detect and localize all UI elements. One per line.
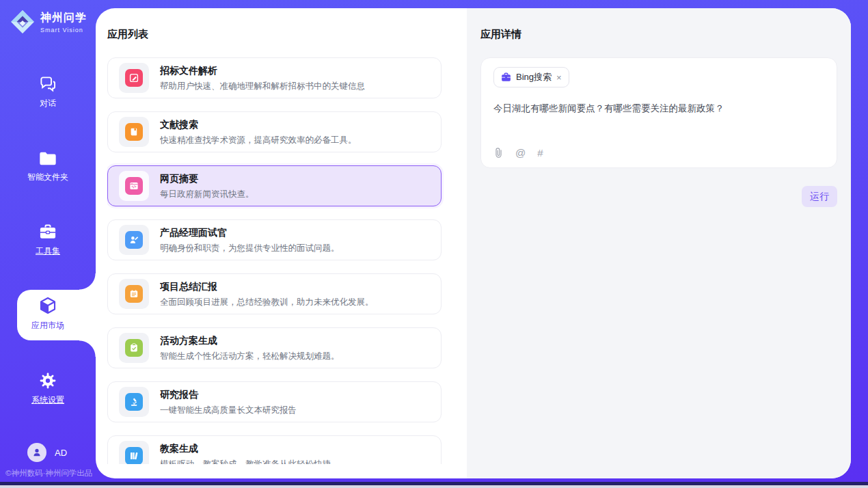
- run-button[interactable]: 运行: [802, 186, 837, 207]
- user-account[interactable]: AD: [27, 443, 67, 462]
- prompt-card: Bing搜索 × 今日湖北有哪些新闻要点？有哪些需要关注的最新政策？ @ #: [480, 57, 837, 168]
- app-icon-container: [119, 171, 149, 201]
- app-name: 网页摘要: [160, 173, 198, 184]
- person-icon: [31, 447, 42, 458]
- app-card-pm-interviewer[interactable]: 产品经理面试官 明确身份和职责，为您提供专业性的面试问题。: [107, 219, 442, 260]
- app-icon-container: [119, 441, 149, 464]
- app-description: 一键智能生成高质量长文本研究报告: [160, 405, 297, 416]
- app-name: 活动方案生成: [160, 335, 217, 346]
- app-card-project-summary[interactable]: 项目总结汇报 全面回顾项目进展，总结经验教训，助力未来优化发展。: [107, 273, 442, 314]
- books-icon: [125, 447, 143, 464]
- folder-icon: [38, 150, 57, 167]
- app-description: 智能生成个性化活动方案，轻松解决规划难题。: [160, 351, 340, 362]
- cube-icon: [38, 295, 58, 316]
- briefcase-icon: [501, 72, 511, 82]
- tool-tag-close-icon[interactable]: ×: [556, 72, 562, 83]
- app-detail-title: 应用详情: [480, 28, 837, 41]
- app-icon-container: [119, 279, 149, 309]
- microscope-icon: [125, 393, 143, 411]
- app-name: 文献搜索: [160, 119, 198, 130]
- app-description: 模板驱动，教案秒成，教学准备从此轻松快捷: [160, 459, 331, 465]
- tab-fillet-top: [79, 273, 96, 290]
- user-name: AD: [55, 448, 67, 458]
- app-description: 全面回顾项目进展，总结经验教训，助力未来优化发展。: [160, 297, 374, 308]
- gear-icon: [38, 371, 57, 390]
- app-icon-container: [119, 225, 149, 255]
- app-card-web-summary[interactable]: 网页摘要 每日政府新闻资讯快查。: [107, 165, 442, 206]
- app-icon-container: [119, 387, 149, 417]
- app-detail-panel: 应用详情 Bing搜索 × 今日湖北有哪些新闻要点？有哪些需要关注的最新政策？: [467, 8, 851, 478]
- book-icon: [125, 123, 143, 141]
- prompt-text-input[interactable]: 今日湖北有哪些新闻要点？有哪些需要关注的最新政策？: [493, 103, 824, 115]
- sidebar-item-settings[interactable]: 系统设置: [0, 371, 96, 406]
- sidebar-item-toolset[interactable]: 工具集: [0, 223, 96, 257]
- tab-fillet-bottom: [79, 340, 96, 357]
- report-calendar-icon: [125, 285, 143, 303]
- copyright-text: ©神州数码·神州问学出品: [5, 468, 92, 478]
- edit-doc-icon: [125, 69, 143, 87]
- app-icon-container: [119, 63, 149, 93]
- diamond-logo-icon: [10, 9, 36, 35]
- app-name: 研究报告: [160, 389, 198, 400]
- app-list-title: 应用列表: [107, 28, 467, 41]
- sidebar-item-app-market[interactable]: 应用市场: [0, 295, 96, 331]
- sidebar-item-smart-folder[interactable]: 智能文件夹: [0, 150, 96, 183]
- toolbox-icon: [38, 223, 57, 241]
- main-content: 应用列表 招标文件解析 帮助用户快速、准确地理解和解析招标书中的关键信息: [96, 8, 851, 478]
- sidebar-item-label: 智能文件夹: [0, 172, 96, 183]
- app-description: 快速精准查找学术资源，提高研究效率的必备工具。: [160, 135, 357, 146]
- app-name: 项目总结汇报: [160, 281, 217, 292]
- brand-tagline: Smart Vision: [40, 27, 87, 33]
- app-icon-container: [119, 117, 149, 147]
- prompt-toolbar: @ #: [493, 147, 543, 159]
- app-name: 教案生成: [160, 443, 198, 454]
- app-list-viewport: 招标文件解析 帮助用户快速、准确地理解和解析招标书中的关键信息 文献搜索: [107, 57, 452, 464]
- webpage-icon: [125, 177, 143, 195]
- at-mention-icon[interactable]: @: [515, 147, 526, 159]
- hash-topic-icon[interactable]: #: [537, 147, 543, 159]
- interviewer-icon: [125, 231, 143, 249]
- app-card-lesson-plan[interactable]: 教案生成 模板驱动，教案秒成，教学准备从此轻松快捷: [107, 435, 442, 464]
- chat-icon: [39, 75, 57, 94]
- app-list-panel: 应用列表 招标文件解析 帮助用户快速、准确地理解和解析招标书中的关键信息: [96, 8, 467, 478]
- tool-tag-bing-search[interactable]: Bing搜索 ×: [493, 67, 569, 87]
- app-name: 招标文件解析: [160, 65, 217, 76]
- app-description: 帮助用户快速、准确地理解和解析招标书中的关键信息: [160, 81, 365, 92]
- sidebar-item-label: 对话: [0, 98, 96, 109]
- app-card-event-plan[interactable]: 活动方案生成 智能生成个性化活动方案，轻松解决规划难题。: [107, 327, 442, 368]
- brand-logo: 神州问学 Smart Vision: [10, 9, 87, 35]
- avatar: [27, 443, 46, 462]
- sidebar-item-label: 应用市场: [0, 320, 96, 331]
- app-name: 产品经理面试官: [160, 227, 227, 238]
- sidebar-item-label: 系统设置: [0, 394, 96, 406]
- app-card-literature-search[interactable]: 文献搜索 快速精准查找学术资源，提高研究效率的必备工具。: [107, 111, 442, 152]
- app-card-bid-analysis[interactable]: 招标文件解析 帮助用户快速、准确地理解和解析招标书中的关键信息: [107, 57, 442, 98]
- sidebar-item-label: 工具集: [0, 245, 96, 257]
- paperclip-icon[interactable]: [493, 147, 504, 159]
- app-description: 明确身份和职责，为您提供专业性的面试问题。: [160, 243, 340, 254]
- tool-tag-label: Bing搜索: [516, 71, 552, 83]
- app-card-research-report[interactable]: 研究报告 一键智能生成高质量长文本研究报告: [107, 381, 442, 422]
- clipboard-check-icon: [125, 339, 143, 357]
- app-description: 每日政府新闻资讯快查。: [160, 189, 254, 200]
- app-icon-container: [119, 333, 149, 363]
- sidebar: 神州问学 Smart Vision 对话 智能文件夹 工具: [0, 0, 96, 485]
- app-window: 神州问学 Smart Vision 对话 智能文件夹 工具: [0, 0, 868, 488]
- sidebar-item-chat[interactable]: 对话: [0, 75, 96, 109]
- bottom-edge: [0, 485, 868, 488]
- brand-name: 神州问学: [40, 11, 87, 25]
